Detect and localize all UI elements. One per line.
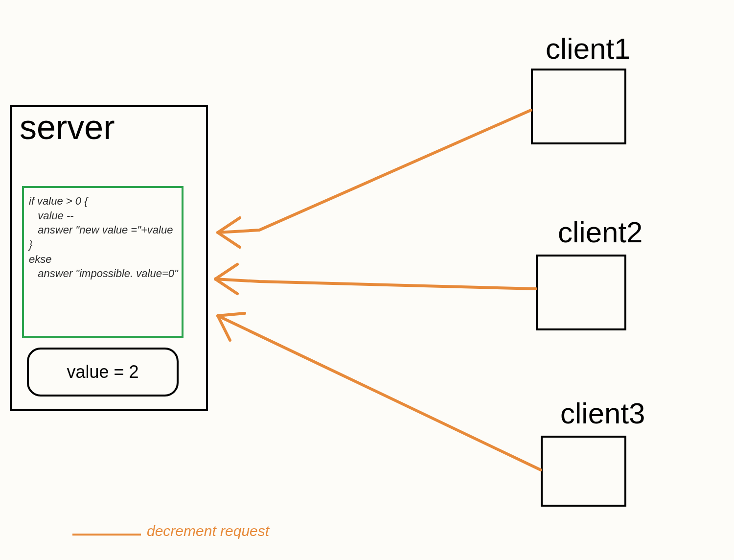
server-value-text: value = 2 (67, 362, 138, 382)
server-code-box: if value > 0 { value -- answer "new valu… (22, 186, 184, 338)
client1-label: client1 (546, 32, 630, 66)
server-value-box: value = 2 (27, 348, 179, 397)
client2-label: client2 (558, 215, 642, 249)
client3-label: client3 (560, 397, 645, 430)
client2-box (536, 255, 626, 330)
server-label: server (20, 108, 115, 147)
client1-box (531, 69, 626, 144)
legend-line (72, 534, 141, 536)
legend-label: decrement request (147, 523, 269, 539)
client3-box (541, 436, 626, 507)
